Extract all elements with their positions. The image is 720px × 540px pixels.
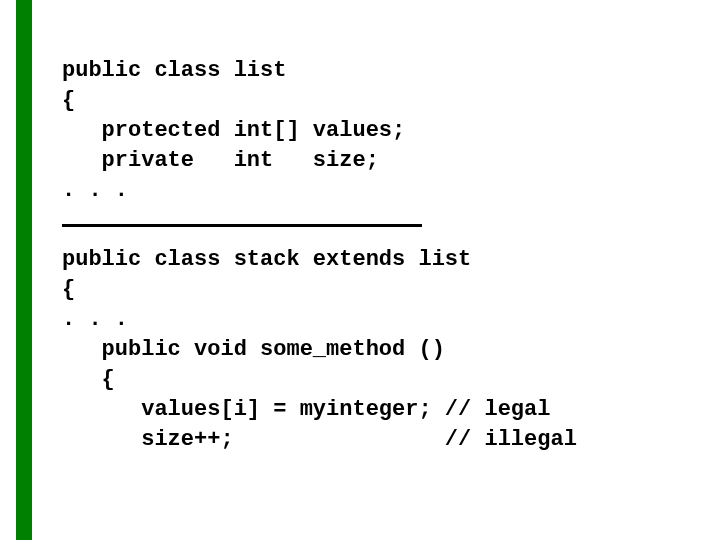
code-line: public class list — [62, 56, 690, 86]
code-line: public void some_method () — [62, 335, 690, 365]
code-line: . . . — [62, 176, 690, 206]
code-line: { — [62, 365, 690, 395]
code-line: values[i] = myinteger; // legal — [62, 395, 690, 425]
code-line: . . . — [62, 305, 690, 335]
divider — [62, 224, 422, 227]
code-line: private int size; — [62, 146, 690, 176]
slide: public class list { protected int[] valu… — [0, 0, 720, 540]
code-line: { — [62, 275, 690, 305]
code-line: public class stack extends list — [62, 245, 690, 275]
code-line: { — [62, 86, 690, 116]
code-line: size++; // illegal — [62, 425, 690, 455]
code-line: protected int[] values; — [62, 116, 690, 146]
accent-bar — [16, 0, 32, 540]
code-area: public class list { protected int[] valu… — [62, 56, 690, 455]
